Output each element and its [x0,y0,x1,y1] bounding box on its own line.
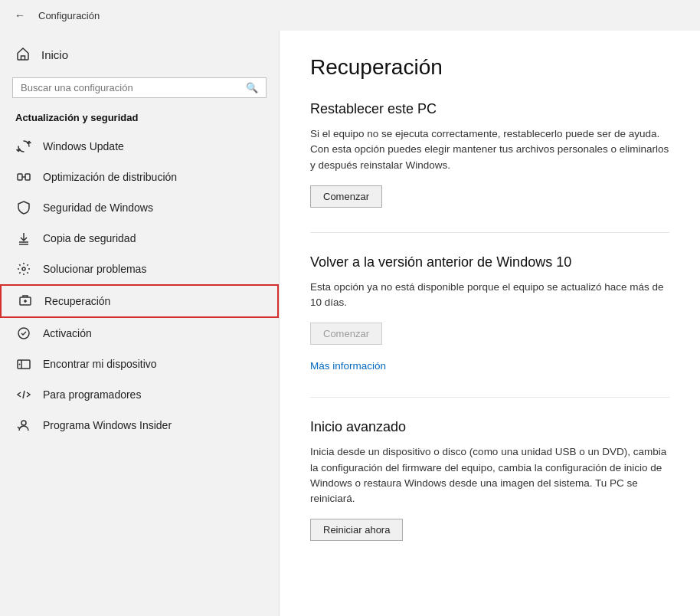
activation-icon [15,326,32,341]
divider-2 [310,397,669,398]
reiniciar-ahora-button[interactable]: Reiniciar ahora [310,519,403,541]
troubleshoot-icon [15,261,32,277]
sidebar-item-home[interactable]: Inicio [0,38,279,71]
app-container: Inicio 🔍 Actualización y seguridad [0,31,700,616]
sidebar-item-label: Activación [43,327,92,339]
sidebar-item-insider[interactable]: Programa Windows Insider [0,410,279,441]
sidebar: Inicio 🔍 Actualización y seguridad [0,31,280,616]
backup-icon [15,231,32,246]
title-bar-title: Configuración [38,10,100,21]
svg-rect-0 [18,174,22,180]
sidebar-item-label: Copia de seguridad [43,232,136,244]
developer-icon [15,387,32,402]
sidebar-item-copia[interactable]: Copia de seguridad [0,223,279,254]
divider-1 [310,232,669,233]
sidebar-item-windows-update[interactable]: Windows Update [0,131,279,162]
section-volver-desc: Esta opción ya no está disponible porque… [310,280,669,311]
home-label: Inicio [41,48,68,61]
section-volver-title: Volver a la versión anterior de Windows … [310,254,669,270]
sidebar-item-activacion[interactable]: Activación [0,318,279,349]
svg-rect-1 [25,174,30,180]
sidebar-item-encontrar[interactable]: Encontrar mi dispositivo [0,349,279,379]
search-icon: 🔍 [246,82,258,93]
section-inicio-avanzado-title: Inicio avanzado [310,419,669,435]
update-icon [15,139,32,154]
sidebar-section-title: Actualización y seguridad [0,109,279,131]
title-bar: ← Configuración [0,0,700,31]
search-input[interactable] [21,82,240,93]
volver-mas-info-link[interactable]: Más información [310,360,386,372]
sidebar-item-label: Recuperación [44,295,110,307]
section-inicio-avanzado: Inicio avanzado Inicia desde un disposit… [310,419,669,541]
section-restablecer-desc: Si el equipo no se ejecuta correctamente… [310,126,669,173]
section-restablecer-title: Restablecer este PC [310,101,669,117]
sidebar-item-label: Para programadores [43,388,141,401]
page-title: Recuperación [310,55,669,80]
distribution-icon [15,169,32,185]
content-area: Recuperación Restablecer este PC Si el e… [280,31,700,616]
svg-point-11 [21,421,26,425]
sidebar-item-seguridad[interactable]: Seguridad de Windows [0,192,279,223]
svg-line-10 [23,391,25,398]
shield-icon [15,200,32,215]
sidebar-item-label: Solucionar problemas [43,263,146,275]
sidebar-item-label: Programa Windows Insider [43,419,172,431]
sidebar-item-label: Encontrar mi dispositivo [43,358,157,370]
sidebar-item-solucionar[interactable]: Solucionar problemas [0,254,279,284]
find-icon [15,356,32,372]
volver-comenzar-button: Comenzar [310,323,382,345]
sidebar-item-label: Seguridad de Windows [43,202,153,214]
sidebar-item-recuperacion[interactable]: Recuperación [0,284,279,318]
insider-icon [15,418,32,433]
section-volver: Volver a la versión anterior de Windows … [310,254,669,373]
svg-point-4 [22,267,25,270]
sidebar-item-programadores[interactable]: Para programadores [0,379,279,410]
search-box[interactable]: 🔍 [12,77,267,98]
sidebar-item-label: Windows Update [43,140,124,152]
sidebar-item-label: Optimización de distribución [43,171,177,183]
restablecer-comenzar-button[interactable]: Comenzar [310,185,382,208]
section-restablecer: Restablecer este PC Si el equipo no se e… [310,101,669,208]
sidebar-item-optimizacion[interactable]: Optimización de distribución [0,162,279,192]
back-button[interactable]: ← [9,5,31,26]
home-icon [15,46,31,64]
recovery-icon [17,293,34,309]
svg-point-9 [19,364,21,365]
section-inicio-avanzado-desc: Inicia desde un dispositivo o disco (com… [310,444,669,506]
